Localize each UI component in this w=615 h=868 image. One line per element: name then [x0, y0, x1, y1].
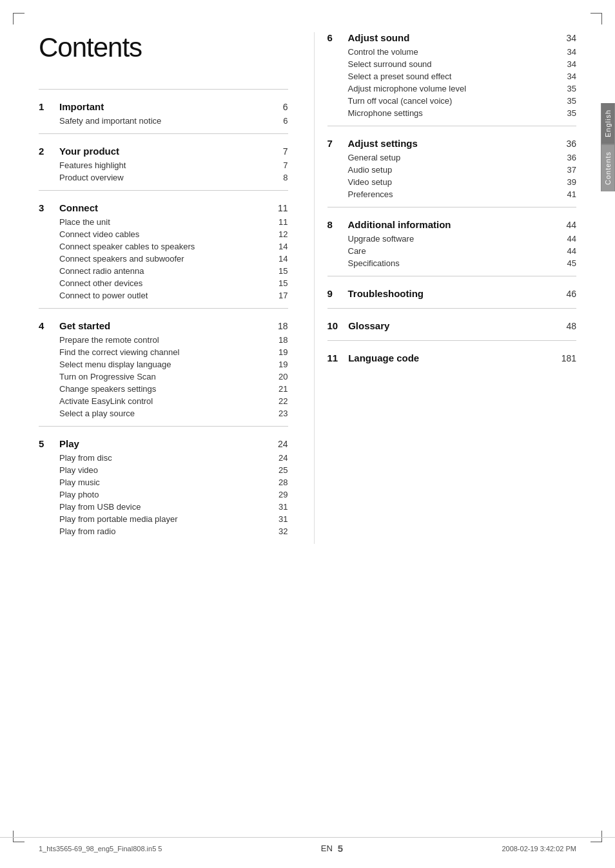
corner-mark-tl	[13, 13, 24, 24]
sub-item-page-4-0: 18	[278, 335, 288, 345]
main-content: Contents 1 Important 6 Safety and import…	[0, 0, 615, 583]
side-tab: English Contents	[601, 103, 615, 191]
sub-item-5-4: Play from USB device 31	[59, 501, 288, 513]
sub-item-title-5-1: Play video	[59, 465, 98, 475]
sub-item-title-6-0: Control the volume	[348, 47, 418, 57]
sub-item-title-8-0: Upgrade software	[348, 234, 415, 244]
sub-item-page-7-1: 37	[567, 165, 576, 175]
footer-page-info: EN 5	[321, 843, 343, 854]
sub-item-3-3: Connect speakers and subwoofer 14	[59, 253, 288, 265]
section-num-8: 8	[327, 219, 338, 230]
toc-section-5: 5 Play 24 Play from disc 24 Play video 2…	[39, 426, 288, 537]
sub-item-4-4: Change speakers settings 21	[59, 383, 288, 395]
sub-item-page-3-4: 15	[278, 266, 288, 276]
sub-item-page-8-2: 45	[567, 258, 576, 268]
section-header-left-10: 10 Glossary	[327, 320, 390, 331]
section-num-11: 11	[327, 352, 338, 363]
toc-section-2: 2 Your product 7 Features highlight 7 Pr…	[39, 133, 288, 184]
sub-item-6-1: Select surround sound 34	[348, 58, 577, 70]
sub-item-title-4-6: Select a play source	[59, 409, 135, 418]
sub-item-page-6-4: 35	[567, 96, 576, 106]
corner-mark-tr	[591, 13, 602, 24]
sub-item-title-7-3: Preferences	[348, 189, 393, 199]
sub-item-title-3-2: Connect speaker cables to speakers	[59, 242, 195, 251]
sub-item-6-4: Turn off vocal (cancel voice) 35	[348, 95, 577, 107]
sub-item-4-3: Turn on Progressive Scan 20	[59, 371, 288, 383]
sub-item-5-0: Play from disc 24	[59, 452, 288, 464]
sub-item-page-4-5: 22	[278, 396, 288, 406]
sub-item-page-2-1: 8	[283, 173, 288, 182]
section-page-9: 46	[566, 289, 576, 299]
section-header-3: 3 Connect 11	[39, 197, 288, 216]
sub-item-title-8-2: Specifications	[348, 258, 400, 268]
sub-item-7-3: Preferences 41	[348, 188, 577, 200]
toc-section-3: 3 Connect 11 Place the unit 11 Connect v…	[39, 190, 288, 302]
sub-item-3-5: Connect other devices 15	[59, 277, 288, 289]
toc-section-11: 11 Language code 181	[327, 340, 577, 366]
sub-items-6: Control the volume 34 Select surround so…	[327, 46, 577, 119]
section-title-9: Troubleshooting	[348, 288, 424, 299]
sub-item-title-7-2: Video setup	[348, 177, 392, 187]
section-page-6: 34	[566, 33, 576, 43]
sub-item-5-2: Play music 28	[59, 476, 288, 488]
sub-item-title-3-5: Connect other devices	[59, 278, 142, 288]
sub-item-title-6-5: Microphone settings	[348, 108, 423, 118]
section-header-left-8: 8 Additional information	[327, 219, 451, 230]
section-page-7: 36	[566, 139, 576, 149]
sub-item-page-3-1: 12	[278, 229, 288, 239]
sub-item-page-4-2: 19	[278, 360, 288, 369]
sub-item-6-0: Control the volume 34	[348, 46, 577, 58]
sub-item-8-0: Upgrade software 44	[348, 233, 577, 245]
sub-item-page-4-1: 19	[278, 347, 288, 357]
section-num-5: 5	[39, 438, 49, 449]
divider-4	[39, 308, 288, 309]
toc-section-1: 1 Important 6 Safety and important notic…	[39, 89, 288, 127]
sub-item-title-4-2: Select menu display language	[59, 360, 171, 369]
sub-item-3-2: Connect speaker cables to speakers 14	[59, 240, 288, 253]
sub-item-4-6: Select a play source 23	[59, 407, 288, 420]
divider-7	[327, 126, 577, 126]
sub-item-title-4-0: Prepare the remote control	[59, 335, 159, 345]
sub-item-page-3-6: 17	[278, 291, 288, 300]
divider-8	[327, 207, 577, 207]
sub-item-title-4-5: Activate EasyLink control	[59, 396, 153, 406]
sub-item-title-3-1: Connect video cables	[59, 229, 139, 239]
section-num-2: 2	[39, 146, 49, 157]
sub-item-title-3-6: Connect to power outlet	[59, 291, 148, 300]
sub-item-6-2: Select a preset sound effect 34	[348, 70, 577, 82]
sub-item-5-6: Play from radio 32	[59, 525, 288, 537]
sub-item-page-5-6: 32	[278, 526, 288, 536]
sub-item-6-3: Adjust microphone volume level 35	[348, 82, 577, 95]
section-header-left-1: 1 Important	[39, 101, 104, 112]
sub-item-page-6-2: 34	[567, 72, 576, 81]
sub-item-3-1: Connect video cables 12	[59, 228, 288, 240]
sub-item-5-5: Play from portable media player 31	[59, 513, 288, 525]
sub-item-5-3: Play photo 29	[59, 488, 288, 501]
divider-3	[39, 190, 288, 191]
footer-en-label: EN	[321, 844, 333, 853]
footer-filename: 1_hts3565-69_98_eng5_Final808.in5 5	[39, 845, 162, 853]
section-title-1: Important	[59, 101, 104, 112]
sub-item-page-8-1: 44	[567, 246, 576, 256]
sub-item-title-5-3: Play photo	[59, 490, 99, 499]
sub-item-page-3-0: 11	[278, 217, 288, 227]
sub-item-page-5-1: 25	[278, 465, 288, 475]
sub-item-page-4-6: 23	[278, 409, 288, 418]
sub-item-page-5-4: 31	[278, 502, 288, 512]
sub-item-page-3-5: 15	[278, 278, 288, 288]
section-page-11: 181	[561, 353, 576, 363]
sub-item-page-3-3: 14	[278, 254, 288, 264]
sub-item-page-5-0: 24	[278, 453, 288, 463]
sub-item-page-7-3: 41	[567, 189, 576, 199]
sub-items-1: Safety and important notice 6	[39, 115, 288, 127]
sub-item-6-5: Microphone settings 35	[348, 107, 577, 119]
section-header-7: 7 Adjust settings 36	[327, 133, 577, 151]
sub-item-page-7-2: 39	[567, 177, 576, 187]
section-header-9: 9 Troubleshooting 46	[327, 283, 577, 302]
section-header-6: 6 Adjust sound 34	[327, 32, 577, 46]
section-header-2: 2 Your product 7	[39, 140, 288, 159]
sub-items-3: Place the unit 11 Connect video cables 1…	[39, 216, 288, 302]
sub-item-page-5-2: 28	[278, 477, 288, 487]
page-wrapper: English Contents Contents 1 Important 6	[0, 0, 615, 868]
divider-10	[327, 308, 577, 309]
